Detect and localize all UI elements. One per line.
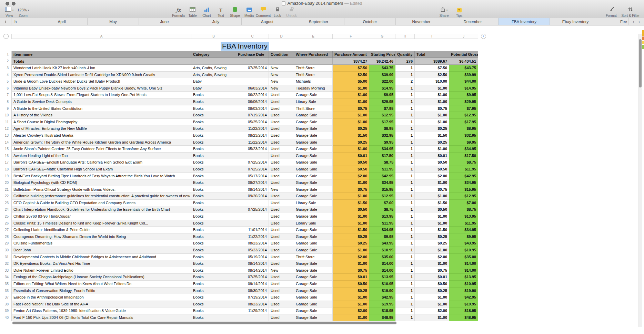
cell-condition[interactable]: Used — [269, 193, 294, 200]
cell-quantity[interactable]: 1 — [395, 159, 415, 166]
cell-condition[interactable]: New — [269, 72, 294, 79]
cell-condition[interactable]: Used — [269, 173, 294, 180]
cell-condition[interactable]: Used — [269, 112, 294, 119]
cell-condition[interactable]: Used — [269, 213, 294, 220]
cell-potential-gross[interactable]: $8.95 — [449, 125, 478, 132]
cell-item-name[interactable]: Age of Miracles: Embracing the New Midli… — [11, 125, 191, 132]
header-total[interactable]: Total — [415, 51, 449, 58]
cell-potential-gross[interactable]: $14.00 — [449, 267, 478, 274]
row-number[interactable]: 1 — [0, 51, 11, 58]
cell-condition[interactable]: Used — [269, 254, 294, 261]
cell-category[interactable]: Books — [191, 227, 236, 233]
view-button[interactable]: ▾ View — [3, 7, 15, 18]
cell-total[interactable]: $1.50 — [415, 132, 449, 139]
cell-item-name[interactable]: Ecology of the Chagos Archipelago (Linne… — [11, 274, 191, 281]
cell-purchase-date[interactable]: 11/22/2014 — [236, 233, 269, 240]
cell-starting-price[interactable]: $8.95 — [369, 125, 395, 132]
cell-where-purchased[interactable]: Garage Sale — [294, 125, 333, 132]
cell-potential-gross[interactable]: $43.75 — [449, 65, 478, 72]
cell-purchase-date[interactable] — [236, 72, 269, 79]
cell-potential-gross[interactable]: $29.95 — [449, 98, 478, 105]
cell-where-purchased[interactable]: Garage Sale — [294, 247, 333, 254]
header-starting-price[interactable]: Starting Price — [369, 51, 395, 58]
cell-where-purchased[interactable]: Garage Sale — [294, 294, 333, 301]
cell-category[interactable]: Books — [191, 179, 236, 186]
cell-where-purchased[interactable]: Garage Sale — [294, 307, 333, 314]
cell-total[interactable]: $0.01 — [415, 274, 449, 281]
cell-where-purchased[interactable]: Garage Sale — [294, 166, 333, 173]
cell-item-name[interactable]: Courageous Dreaming: How Shamans Dream t… — [11, 233, 191, 240]
column-letter-C[interactable]: C — [236, 34, 269, 39]
cell-where-purchased[interactable]: Garage Sale — [294, 159, 333, 166]
cell-category[interactable]: Books — [191, 132, 236, 139]
column-letter-E[interactable]: E — [294, 34, 333, 39]
cell-item-name[interactable]: Annie Sloan's Painted Garden: 25 Easy Ou… — [11, 146, 191, 153]
row-number[interactable]: 22 — [0, 193, 11, 200]
cell-potential-gross[interactable]: $13.95 — [449, 213, 478, 220]
cell-total[interactable]: $1.00 — [415, 119, 449, 126]
cell-item-name[interactable]: Awaken Healing Light of the Tao — [11, 153, 191, 159]
cell-where-purchased[interactable]: Garage Sale — [294, 240, 333, 247]
cell-item-name[interactable]: Europe in the Anthropological Imaginatio… — [11, 294, 191, 301]
cell-condition[interactable]: Used — [269, 274, 294, 281]
cell-category[interactable]: Books — [191, 301, 236, 308]
cell-item-name[interactable]: Duke Nukem Forever Limited Editio — [11, 267, 191, 274]
cell-total[interactable]: $1.00 — [415, 314, 449, 321]
cell-quantity[interactable]: 1 — [395, 132, 415, 139]
cell-purchase-amount[interactable]: $7.50 — [333, 65, 369, 72]
cell-potential-gross[interactable]: $9.95 — [449, 139, 478, 146]
row-number[interactable]: 37 — [0, 294, 11, 301]
cell-where-purchased[interactable]: Garage Sale — [294, 92, 333, 98]
cell-purchase-date[interactable] — [236, 153, 269, 159]
format-button[interactable]: Format — [603, 7, 619, 18]
cell-purchase-amount[interactable]: $0.25 — [333, 125, 369, 132]
row-number[interactable]: 21 — [0, 186, 11, 193]
cell-purchase-amount[interactable]: $0.25 — [333, 288, 369, 294]
cell-potential-gross[interactable]: $12.95 — [449, 193, 478, 200]
cell-purchase-amount[interactable]: $1.00 — [333, 213, 369, 220]
cell-where-purchased[interactable]: Garage Sale — [294, 193, 333, 200]
row-number[interactable]: 36 — [0, 288, 11, 294]
row-number[interactable]: 35 — [0, 281, 11, 288]
cell-category[interactable]: Books — [191, 267, 236, 274]
cell-starting-price[interactable]: $14.95 — [369, 85, 395, 92]
cell-total[interactable]: $0.75 — [415, 186, 449, 193]
cell-total[interactable]: $1.00 — [415, 247, 449, 254]
cell-quantity[interactable]: 1 — [395, 274, 415, 281]
cell-category[interactable]: Books — [191, 159, 236, 166]
cell-item-name[interactable]: DK Eyewitness Books: Da Vinci And His Ti… — [11, 260, 191, 267]
cell-quantity[interactable]: 1 — [395, 186, 415, 193]
cell-potential-gross[interactable]: $8.75 — [449, 159, 478, 166]
cell-purchase-date[interactable]: 07/19/2014 — [236, 112, 269, 119]
cell-category[interactable]: Books — [191, 260, 236, 267]
cell-category[interactable]: Baby — [191, 85, 236, 92]
cell-quantity[interactable]: 1 — [395, 314, 415, 321]
cell-where-purchased[interactable]: Garage Sale — [294, 314, 333, 321]
cell-purchase-amount[interactable]: $2.00 — [333, 173, 369, 180]
cell-purchase-date[interactable]: 05/17/2014 — [236, 173, 269, 180]
cell-condition[interactable]: Used — [269, 98, 294, 105]
cell-item-name[interactable]: Ford F-150 Pick-Ups 2004-06 (Chilton's T… — [11, 314, 191, 321]
cell-potential-gross[interactable]: $12.95 — [449, 112, 478, 119]
cell-item-name[interactable]: Bulletstorm Prima Official Strategy Guid… — [11, 186, 191, 193]
cell-quantity[interactable]: 1 — [395, 254, 415, 261]
cell-category[interactable]: Books — [191, 146, 236, 153]
cell-purchase-amount[interactable]: $0.50 — [333, 281, 369, 288]
cell-category[interactable]: Arts, Crafts, Sewing — [191, 72, 236, 79]
cell-item-name[interactable]: Aleister Crowley's Illustrated Goetia — [11, 132, 191, 139]
cell-item-name[interactable]: Collecting Lladro: Identification & Pric… — [11, 227, 191, 233]
cell-potential-gross[interactable]: $19.95 — [449, 301, 478, 308]
cell-where-purchased[interactable]: Garage Sale — [294, 227, 333, 233]
cell-starting-price[interactable]: $17.95 — [369, 119, 395, 126]
cell-purchase-amount[interactable]: $1.50 — [333, 132, 369, 139]
cell-purchase-date[interactable]: 11/22/2014 — [236, 125, 269, 132]
row-number[interactable]: 4 — [0, 72, 11, 79]
row-number[interactable]: 17 — [0, 159, 11, 166]
cell-purchase-amount[interactable]: $1.00 — [333, 92, 369, 98]
row-number[interactable]: 38 — [0, 301, 11, 308]
cell-purchase-amount[interactable]: $2.50 — [333, 72, 369, 79]
cell-potential-gross[interactable]: $19.90 — [449, 288, 478, 294]
cell-potential-gross[interactable]: $17.95 — [449, 119, 478, 126]
row-number[interactable]: 32 — [0, 260, 11, 267]
cell-quantity[interactable]: 1 — [395, 146, 415, 153]
